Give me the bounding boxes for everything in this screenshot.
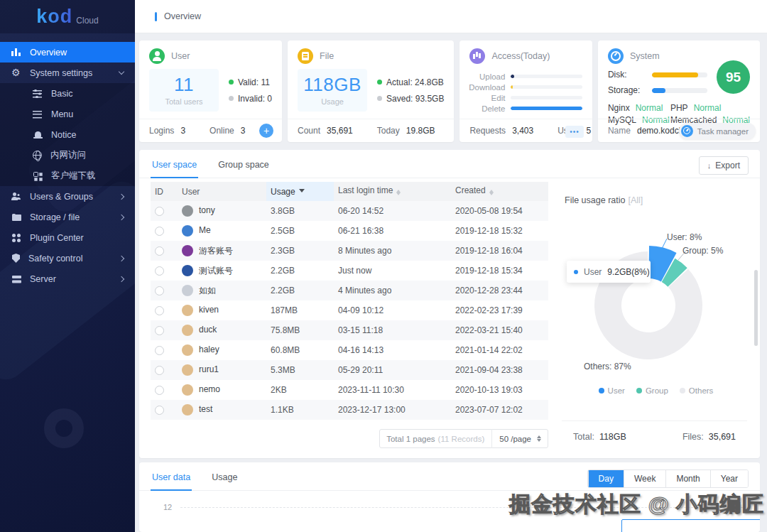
sidebar-item-storage-file[interactable]: Storage / file [0, 207, 135, 227]
user-name: tony [199, 205, 215, 215]
table-row[interactable]: kiven 187MB 04-09 10:12 2022-02-23 17:39 [151, 300, 548, 320]
column-header-last-login[interactable]: Last login time [334, 182, 451, 201]
legend-item-others[interactable]: Others [680, 386, 714, 395]
sidebar-item-server[interactable]: Server [0, 268, 135, 289]
row-radio[interactable] [155, 227, 164, 236]
sidebar-item-overview[interactable]: Overview [0, 42, 135, 63]
user-name: test [199, 404, 212, 414]
row-radio[interactable] [155, 406, 164, 415]
row-radio[interactable] [155, 286, 164, 295]
tab-user-space[interactable]: User space [151, 150, 198, 178]
avatar [182, 404, 193, 416]
status-dot [229, 96, 234, 101]
user-name: kiven [199, 305, 219, 315]
row-radio[interactable] [155, 207, 164, 216]
sliders-icon [33, 89, 43, 99]
row-radio[interactable] [155, 366, 164, 375]
sidebar-item-内网访问[interactable]: 内网访问 [0, 145, 135, 165]
sidebar-item-menu[interactable]: Menu [0, 104, 135, 124]
row-radio[interactable] [155, 326, 164, 335]
created-cell: 2021-01-14 22:02 [451, 340, 548, 360]
tab-group-space[interactable]: Group space [217, 150, 271, 178]
export-button[interactable]: ↓ Export [699, 156, 749, 175]
table-row[interactable]: haley 60.8MB 04-16 14:13 2021-01-14 22:0… [151, 340, 548, 360]
logo-suffix: Cloud [76, 16, 98, 26]
total-users-box: 11 Total users [149, 69, 219, 112]
file-icon [298, 48, 313, 64]
app-window: kod Cloud Overview System settings Basic [0, 0, 767, 532]
table-row[interactable]: test 1.1KB 2023-12-17 13:00 2023-07-07 1… [151, 400, 548, 420]
access-bar-label: Upload [464, 72, 505, 81]
last-login-cell: 03-15 11:18 [334, 320, 451, 340]
sidebar-item-label: Users & Groups [30, 192, 93, 202]
last-login-cell: 06-21 16:38 [334, 221, 451, 241]
created-cell: 2021-09-04 23:38 [451, 360, 548, 380]
stat-item-valid-11: Valid: 11 [229, 77, 272, 87]
table-row[interactable]: 测试账号 2.2GB Just now 2019-12-18 15:34 [151, 261, 548, 281]
table-row[interactable]: ruru1 5.3MB 05-29 20:11 2021-09-04 23:38 [151, 360, 548, 380]
table-row[interactable]: 游客账号 2.3GB 8 Minutes ago 2019-12-18 16:0… [151, 241, 548, 261]
page-title: Overview [164, 11, 201, 21]
card-title: System [630, 51, 660, 61]
sidebar-item-notice[interactable]: Notice [0, 124, 135, 145]
sidebar-item-label: Basic [51, 89, 73, 99]
sidebar-item-users-groups[interactable]: Users & Groups [0, 186, 135, 207]
per-page-stepper[interactable] [537, 433, 541, 444]
footer-stat-logins: Logins 3 [149, 126, 185, 136]
range-button-month[interactable]: Month [665, 470, 709, 487]
table-row[interactable]: 如如 2.2GB 4 Minutes ago 2020-12-28 23:44 [151, 281, 548, 300]
sidebar-item-客户端下载[interactable]: 客户端下载 [0, 165, 135, 186]
user-space-table: ID User Usage Last login time Created to… [151, 182, 548, 420]
last-login-cell: 04-09 10:12 [334, 300, 451, 320]
y-axis-tick: 12 [163, 503, 172, 511]
row-radio[interactable] [155, 346, 164, 355]
sidebar-item-system-settings[interactable]: System settings [0, 63, 135, 83]
chevron-icon [119, 193, 124, 199]
sidebar-item-basic[interactable]: Basic [0, 83, 135, 104]
table-row[interactable]: nemo 2KB 2023-11-11 10:30 2020-10-13 19:… [151, 380, 548, 400]
usage-label: Usage [302, 97, 363, 106]
add-user-button[interactable]: + [259, 124, 273, 138]
tab-user-data[interactable]: User data [151, 462, 192, 491]
scrollbar-thumb[interactable] [754, 270, 758, 346]
range-button-week[interactable]: Week [624, 470, 665, 487]
created-cell: 2022-02-23 17:39 [451, 300, 548, 320]
usage-cell: 2KB [266, 380, 334, 400]
column-header-user[interactable]: User [178, 182, 266, 201]
gear-icon [11, 68, 21, 78]
more-icon[interactable]: ••• [565, 126, 584, 138]
created-cell: 2020-10-13 19:03 [451, 380, 548, 400]
service-status: Nginx Normal [608, 103, 670, 113]
sidebar-item-plugin-center[interactable]: Plugin Center [0, 227, 135, 248]
row-radio[interactable] [155, 266, 164, 276]
user-name: duck [199, 325, 217, 335]
legend-item-group[interactable]: Group [636, 386, 668, 395]
task-manager-button[interactable]: Task manager [679, 123, 756, 139]
server-name-label: Name [608, 126, 631, 136]
sidebar-item-safety-control[interactable]: Safety control [0, 248, 135, 268]
stat-label: Valid: 11 [238, 77, 270, 87]
avatar [182, 384, 193, 396]
table-row[interactable]: tony 3.8GB 06-20 14:52 2020-05-08 19:54 [151, 201, 548, 221]
per-page-select[interactable]: 50 /page [499, 435, 531, 443]
avatar [182, 225, 193, 237]
footer-stat-today: Today 19.8GB [377, 126, 435, 136]
row-radio[interactable] [155, 386, 164, 395]
column-header-usage[interactable]: Usage [266, 182, 334, 201]
donut-chart: User: 8% Group: 5% Others: 87% [570, 227, 727, 384]
chart-title: File usage ratio [565, 195, 625, 205]
range-button-day[interactable]: Day [588, 470, 624, 487]
last-login-cell: 8 Minutes ago [334, 241, 451, 261]
legend-item-user[interactable]: User [599, 386, 625, 395]
range-button-year[interactable]: Year [710, 470, 748, 487]
row-radio[interactable] [155, 306, 164, 315]
bell-icon [33, 130, 43, 140]
total-usage: Total:118GB [573, 432, 626, 442]
table-row[interactable]: Me 2.5GB 06-21 16:38 2019-12-18 15:32 [151, 221, 548, 241]
tab-usage[interactable]: Usage [210, 462, 239, 491]
row-radio[interactable] [155, 246, 164, 256]
status-dot [377, 80, 382, 85]
table-row[interactable]: duck 75.8MB 03-15 11:18 2022-03-21 15:40 [151, 320, 548, 340]
last-login-cell: 2023-11-11 10:30 [334, 380, 451, 400]
column-header-created[interactable]: Created [451, 182, 548, 201]
